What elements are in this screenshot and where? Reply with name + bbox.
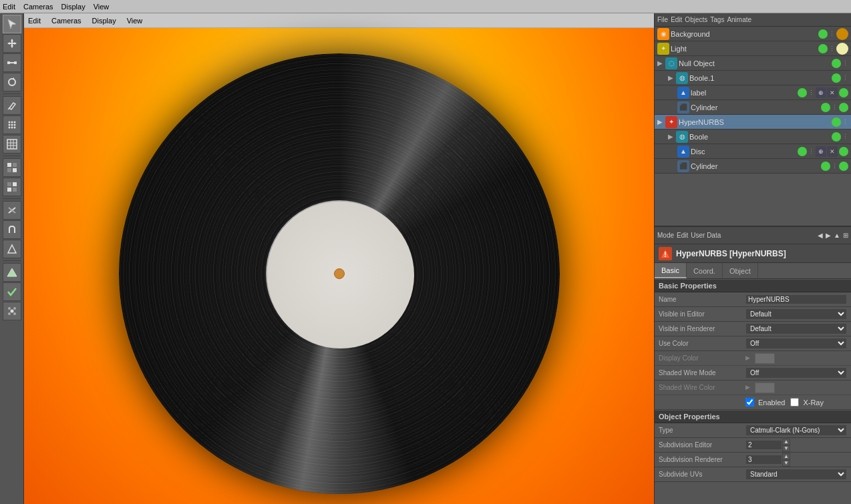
prop-label-vis-editor: Visible in Editor (659, 310, 745, 318)
cylinder2-row-icons: ⋮ (821, 162, 848, 171)
tree-row-disc[interactable]: ▲ Disc ⋮ ⊕ ✕ (655, 144, 851, 159)
props-tab-mode[interactable]: Mode (657, 232, 674, 239)
svg-point-13 (11, 121, 13, 123)
tree-row-label[interactable]: ▲ label ⋮ ⊕ ✕ (655, 85, 851, 100)
viewport-menu-display[interactable]: Display (92, 17, 116, 25)
bend-tool[interactable] (3, 220, 21, 239)
grid-tool[interactable] (3, 135, 21, 154)
prop-checkbox-enabled[interactable] (745, 398, 754, 407)
subdiv-editor-down[interactable]: ▼ (782, 445, 790, 452)
prop-value-vis-editor: DefaultOnOff (745, 308, 847, 320)
particles-tool[interactable] (3, 302, 21, 320)
svg-point-16 (11, 124, 13, 126)
tree-row-background[interactable]: ◉ Background ⋮ (655, 27, 851, 41)
cyl2-visible-dot (821, 162, 830, 171)
prop-value-vis-renderer: DefaultOnOff (745, 323, 847, 334)
cyl1-dot2 (839, 103, 848, 112)
props-nav-back[interactable]: ◀ (818, 232, 823, 239)
sculpt-tool[interactable] (3, 263, 21, 282)
pen-tool[interactable] (3, 96, 21, 115)
viewport-menu-edit[interactable]: Edit (28, 17, 41, 25)
prop-row-shaded-wire-color: Shaded Wire Color ▶ (655, 381, 851, 395)
props-tab-edit[interactable]: Edit (677, 232, 688, 239)
scene-tab-objects[interactable]: Objects (685, 16, 707, 23)
props-nav-maximize[interactable]: ⊞ (843, 232, 848, 239)
viewport-menu-view[interactable]: View (127, 17, 143, 25)
prop-select-vis-renderer[interactable]: DefaultOnOff (745, 323, 847, 334)
tree-row-cylinder1[interactable]: ⬛ Cylinder ⋮ (655, 100, 851, 115)
prop-input-name[interactable] (745, 294, 847, 304)
subdiv-editor-up[interactable]: ▲ (782, 439, 790, 445)
prop-label-subdiv-renderer: Subdivision Renderer (659, 456, 745, 463)
props-tab-userdata[interactable]: User Data (691, 232, 721, 239)
prop-swatch-shaded-wire-color[interactable] (755, 383, 775, 393)
prop-row-subdiv-renderer: Subdivision Renderer ▲ ▼ (655, 453, 851, 467)
scene-tab-animate[interactable]: Animate (727, 16, 751, 23)
tree-row-cylinder2[interactable]: ⬛ Cylinder ⋮ (655, 159, 851, 174)
main-area: Edit Cameras Display View (0, 13, 851, 504)
scene-tab-tags[interactable]: Tags (710, 16, 724, 23)
cylinder1-icon: ⬛ (677, 101, 689, 113)
scale-tool[interactable] (3, 53, 21, 72)
label-label: label (691, 89, 796, 97)
prop-select-subdivide-uvs[interactable]: StandardEdgeNone (745, 469, 847, 480)
hypernurbs-icon: ✦ (665, 116, 677, 128)
scene-header: File Edit Objects Tags Animate (655, 13, 851, 27)
cylinder1-label: Cylinder (691, 103, 820, 111)
tree-row-light[interactable]: ✦ Light ⋮ (655, 41, 851, 56)
prop-label-vis-renderer: Visible in Renderer (659, 325, 745, 332)
move-tool[interactable] (3, 34, 21, 53)
svg-marker-34 (8, 245, 16, 253)
tab-object[interactable]: Object (723, 263, 758, 278)
twist-tool[interactable] (3, 201, 21, 220)
prop-label-shaded-wire-color: Shaded Wire Color (659, 384, 745, 391)
prop-swatch-display-color[interactable] (755, 353, 775, 364)
taper-tool[interactable] (3, 240, 21, 258)
prop-row-shaded-wire: Shaded Wire Mode OffOn (655, 366, 851, 381)
boole1-visible-dot (832, 73, 841, 83)
props-nav-fwd[interactable]: ▶ (826, 232, 831, 239)
prop-select-vis-editor[interactable]: DefaultOnOff (745, 308, 847, 320)
tab-basic[interactable]: Basic (655, 263, 687, 278)
vinyl-center-hole (334, 268, 345, 279)
subdiv-renderer-down[interactable]: ▼ (782, 460, 790, 467)
tab-coord[interactable]: Coord. (687, 263, 723, 278)
tree-row-hypernurbs[interactable]: ▶ ✦ HyperNURBS ⋮ (655, 115, 851, 130)
scene-tab-edit[interactable]: Edit (671, 16, 682, 23)
checker2-tool[interactable] (3, 178, 21, 196)
prop-input-subdiv-renderer[interactable] (745, 455, 782, 465)
menu-edit[interactable]: Edit (3, 3, 15, 11)
scene-tab-file[interactable]: File (657, 16, 668, 23)
null-icon: ◌ (665, 57, 677, 69)
svg-rect-8 (7, 61, 10, 64)
subdiv-renderer-up[interactable]: ▲ (782, 453, 790, 460)
prop-input-subdiv-editor[interactable] (745, 440, 782, 450)
props-nav-up[interactable]: ▲ (834, 232, 840, 239)
prop-checkbox-xray[interactable] (790, 398, 799, 407)
null-label: Null Object (679, 59, 830, 67)
prop-select-type[interactable]: Catmull-Clark (N-Gons) Catmull-Clark Doo… (745, 425, 847, 436)
viewport-menu-cameras[interactable]: Cameras (51, 17, 81, 25)
cylinder2-icon: ⬛ (677, 160, 689, 172)
select-tool[interactable] (3, 15, 21, 33)
menu-display[interactable]: Display (61, 3, 86, 11)
enabled-checkbox-label: Enabled (745, 398, 785, 407)
check-tool[interactable] (3, 282, 21, 301)
tree-row-boole[interactable]: ▶ ◍ Boole ⋮ (655, 130, 851, 144)
dots-tool[interactable] (3, 115, 21, 134)
svg-marker-5 (7, 42, 10, 45)
prop-row-name: Name (655, 292, 851, 307)
prop-select-shaded-wire[interactable]: OffOn (745, 367, 847, 379)
rotate-tool[interactable] (3, 73, 21, 91)
vinyl-disc (119, 53, 560, 494)
svg-marker-35 (7, 268, 17, 276)
prop-select-use-color[interactable]: OffOnAlways (745, 338, 847, 349)
menu-cameras[interactable]: Cameras (23, 3, 53, 11)
tree-row-boole1[interactable]: ▶ ◍ Boole.1 ⋮ (655, 71, 851, 85)
prop-value-subdiv-renderer: ▲ ▼ (745, 453, 847, 467)
menu-view[interactable]: View (94, 3, 110, 11)
viewport-canvas[interactable] (24, 28, 654, 504)
checker-tool[interactable] (3, 158, 21, 177)
tree-row-null[interactable]: ▶ ◌ Null Object ⋮ (655, 56, 851, 71)
svg-point-19 (11, 127, 13, 129)
